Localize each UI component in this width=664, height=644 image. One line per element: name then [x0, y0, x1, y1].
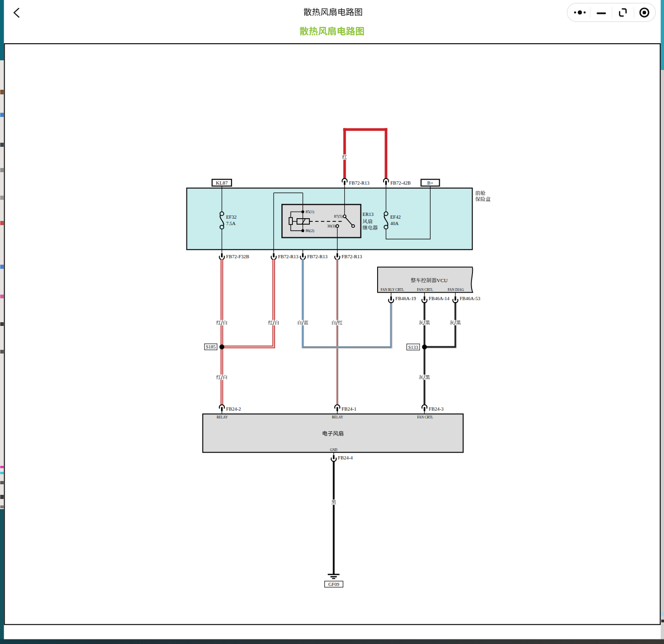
svg-text:ER13: ER13	[362, 212, 373, 217]
svg-text:FB72-42B: FB72-42B	[390, 180, 411, 186]
svg-text:S185: S185	[206, 344, 216, 349]
svg-text:FB46A-14: FB46A-14	[429, 296, 450, 301]
svg-text:FB24-3: FB24-3	[429, 406, 443, 412]
svg-text:RELAY: RELAY	[216, 415, 228, 419]
svg-text:FB72-R13: FB72-R13	[349, 180, 369, 186]
svg-text:FAN DIAG: FAN DIAG	[448, 288, 464, 292]
svg-text:FB72-R13: FB72-R13	[278, 254, 298, 259]
svg-text:87(5): 87(5)	[334, 214, 343, 219]
svg-text:85(1): 85(1)	[306, 209, 315, 214]
svg-text:FB24-1: FB24-1	[342, 406, 356, 412]
svg-text:EF32: EF32	[226, 215, 237, 220]
svg-text:RELAY: RELAY	[332, 415, 344, 419]
svg-text:FAN CRTL: FAN CRTL	[417, 288, 433, 292]
svg-text:7.5A: 7.5A	[226, 221, 236, 226]
svg-text:EF42: EF42	[390, 215, 401, 220]
svg-text:30(3): 30(3)	[327, 224, 336, 228]
svg-text:FB72-R13: FB72-R13	[342, 254, 362, 259]
svg-text:FB72-R13: FB72-R13	[307, 254, 327, 259]
svg-text:FB72-F32B: FB72-F32B	[226, 254, 249, 259]
svg-text:40A: 40A	[390, 221, 399, 226]
svg-text:KL87: KL87	[216, 180, 228, 186]
svg-text:FB24-4: FB24-4	[338, 455, 353, 460]
svg-text:GF09: GF09	[328, 582, 339, 587]
svg-text:S133: S133	[408, 345, 419, 350]
svg-text:VCU: VCU	[437, 278, 448, 283]
svg-text:GND: GND	[330, 448, 338, 452]
svg-text:FB46A-19: FB46A-19	[396, 296, 416, 301]
svg-text:86(2): 86(2)	[306, 228, 315, 233]
svg-text:FB24-2: FB24-2	[226, 406, 241, 412]
svg-text:FB46A-53: FB46A-53	[460, 296, 480, 301]
svg-text:FAN CRTL: FAN CRTL	[417, 415, 433, 419]
svg-text:FAN RLY CRTL: FAN RLY CRTL	[381, 288, 404, 292]
svg-text:B+: B+	[427, 180, 434, 186]
